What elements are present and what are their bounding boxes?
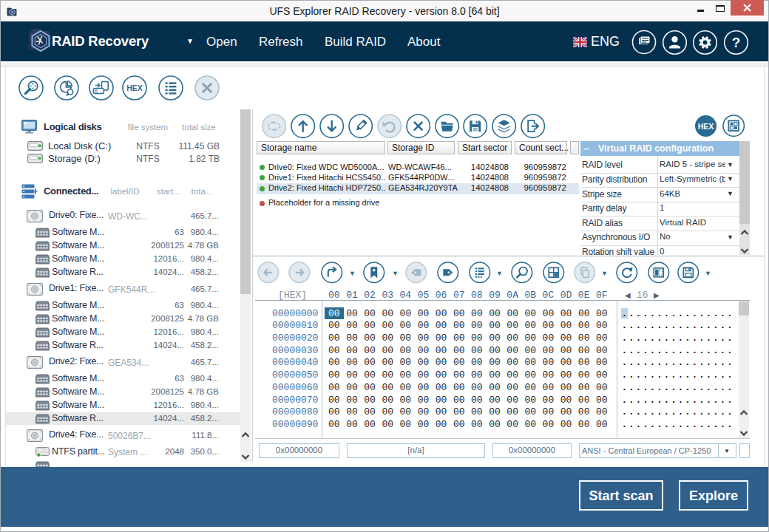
svg-text:HEX: HEX <box>698 122 714 131</box>
svg-text:?: ? <box>732 35 741 50</box>
svg-text:HEX: HEX <box>126 83 143 92</box>
